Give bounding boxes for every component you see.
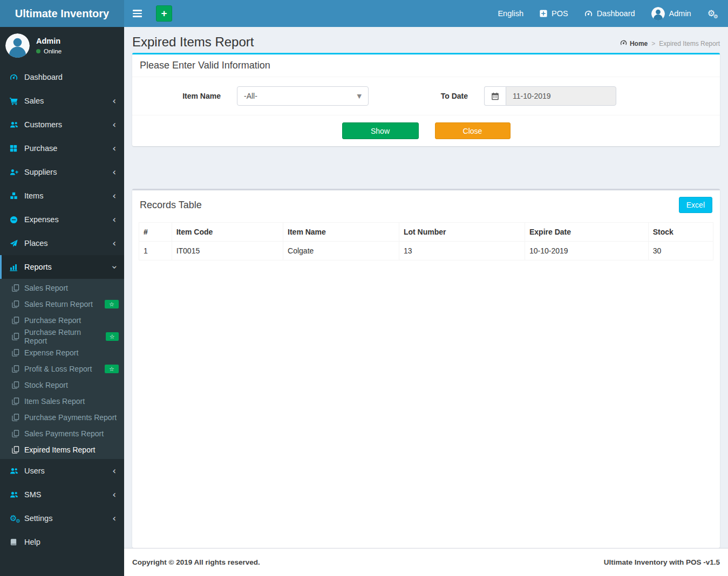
show-button[interactable]: Show: [342, 122, 419, 139]
copy-icon: [12, 381, 19, 389]
sidebar-item-label: Settings: [24, 514, 52, 523]
sidebar-item-places[interactable]: Places‹: [0, 231, 124, 255]
sidebar-item-expenses[interactable]: Expenses‹: [0, 208, 124, 231]
layout: Admin Online DashboardSales‹Customers‹Pu…: [0, 27, 728, 576]
sidebar-item-label: Customers: [24, 120, 62, 129]
star-badge: ☆: [105, 365, 119, 373]
sidebar-item-label: Dashboard: [24, 73, 63, 81]
submenu-item-sales-report[interactable]: Sales Report: [0, 280, 124, 296]
dashboard-icon: [620, 39, 627, 48]
submenu-item-purchase-return-report[interactable]: Purchase Return Report☆: [0, 328, 124, 345]
records-panel-title: Records Table: [140, 200, 202, 211]
submenu-item-label: Item Sales Report: [24, 397, 85, 406]
dashboard-icon: [584, 10, 593, 18]
submenu-item-label: Purchase Report: [24, 316, 81, 325]
to-date-group: [484, 86, 616, 106]
submenu-item-purchase-payments-report[interactable]: Purchase Payments Report: [0, 409, 124, 426]
sidebar-item-label: Expenses: [24, 215, 59, 224]
sidebar-toggle-button[interactable]: [124, 10, 149, 17]
records-table: #Item CodeItem NameLot NumberExpire Date…: [139, 222, 713, 260]
table-cell: Colgate: [283, 242, 399, 260]
sidebar-item-sales[interactable]: Sales‹: [0, 89, 124, 113]
app-logo[interactable]: Ultimate Inventory: [0, 0, 124, 27]
item-name-label: Item Name: [140, 92, 221, 100]
submenu-item-label: Purchase Return Report: [24, 328, 101, 345]
sidebar-item-items[interactable]: Items‹: [0, 184, 124, 208]
submenu-item-label: Sales Return Report: [24, 300, 93, 308]
sidebar-item-label: Sales: [24, 97, 44, 105]
cart-icon: [10, 97, 24, 105]
chevron-down-icon: ‹: [110, 265, 119, 269]
sidebar-item-users[interactable]: Users‹: [0, 459, 124, 483]
nav-dashboard[interactable]: Dashboard: [576, 0, 643, 27]
filter-panel-header: Please Enter Valid Information: [132, 54, 720, 77]
sidebar-item-dashboard[interactable]: Dashboard: [0, 65, 124, 89]
reports-submenu: Sales ReportSales Return Report☆Purchase…: [0, 279, 124, 459]
sidebar-user-status[interactable]: Online: [36, 48, 62, 54]
submenu-item-sales-return-report[interactable]: Sales Return Report☆: [0, 296, 124, 312]
submenu-item-stock-report[interactable]: Stock Report: [0, 377, 124, 393]
submenu-item-purchase-report[interactable]: Purchase Report: [0, 312, 124, 328]
submenu-item-expired-items-report[interactable]: Expired Items Report: [0, 442, 124, 458]
item-name-select[interactable]: -All- ▼: [237, 86, 369, 106]
chevron-left-icon: ‹: [112, 191, 116, 201]
sidebar: Admin Online DashboardSales‹Customers‹Pu…: [0, 27, 124, 576]
sidebar-item-label: Places: [24, 239, 48, 248]
copy-icon: [12, 300, 19, 308]
chevron-left-icon: ‹: [112, 168, 116, 177]
users-icon: [10, 121, 24, 129]
calendar-icon: [484, 86, 506, 106]
main-footer: Copyright © 2019 All rights reserved. Ul…: [124, 548, 728, 576]
nav-pos[interactable]: POS: [532, 0, 576, 27]
filter-panel-title: Please Enter Valid Information: [140, 60, 270, 71]
sidebar-item-suppliers[interactable]: Suppliers‹: [0, 160, 124, 184]
nav-settings-gears[interactable]: ⚙⚙: [699, 0, 728, 27]
sidebar-item-settings[interactable]: ⚙⚙Settings‹: [0, 506, 124, 530]
to-date-input[interactable]: [506, 86, 616, 106]
sidebar-item-purchase[interactable]: Purchase‹: [0, 136, 124, 160]
sidebar-item-customers[interactable]: Customers‹: [0, 113, 124, 136]
sidebar-item-sms[interactable]: SMS‹: [0, 483, 124, 506]
breadcrumb-separator: >: [651, 40, 655, 47]
breadcrumb: Home > Expired Items Report: [620, 39, 720, 48]
submenu-item-item-sales-report[interactable]: Item Sales Report: [0, 393, 124, 409]
star-badge: ☆: [106, 332, 119, 341]
bar-chart-icon: [10, 263, 24, 271]
close-button[interactable]: Close: [435, 122, 511, 139]
breadcrumb-home[interactable]: Home: [620, 39, 648, 48]
submenu-item-label: Expired Items Report: [24, 445, 96, 454]
breadcrumb-current: Expired Items Report: [659, 40, 720, 47]
page-title: Expired Items Report: [132, 35, 254, 50]
chevron-left-icon: ‹: [112, 144, 116, 153]
table-cell: 30: [648, 242, 713, 260]
submenu-item-label: Sales Report: [24, 284, 68, 292]
table-cell: 1: [139, 242, 172, 260]
column-header-: #: [139, 223, 172, 242]
filter-panel: Please Enter Valid Information Item Name…: [132, 53, 720, 146]
nav-language[interactable]: English: [489, 0, 532, 27]
column-header-lot-number: Lot Number: [399, 223, 525, 242]
content-wrapper: Expired Items Report Home > Expired Item…: [124, 27, 728, 576]
content-header: Expired Items Report Home > Expired Item…: [124, 27, 728, 50]
submenu-item-expense-report[interactable]: Expense Report: [0, 345, 124, 361]
avatar: [5, 33, 30, 58]
minus-circle-icon: [10, 216, 24, 224]
records-panel-header: Records Table Excel: [132, 190, 720, 219]
nav-user-menu[interactable]: Admin: [643, 0, 699, 27]
chevron-left-icon: ‹: [112, 120, 116, 129]
sidebar-item-help[interactable]: Help: [0, 530, 124, 554]
item-name-selected-value: -All-: [244, 92, 257, 100]
sidebar-item-reports[interactable]: Reports‹: [0, 255, 124, 279]
chevron-left-icon: ‹: [112, 239, 116, 248]
submenu-item-sales-payments-report[interactable]: Sales Payments Report: [0, 426, 124, 442]
chevron-down-icon: ▼: [357, 93, 362, 100]
column-header-item-code: Item Code: [172, 223, 283, 242]
excel-export-button[interactable]: Excel: [679, 197, 712, 213]
sidebar-user-panel: Admin Online: [0, 27, 124, 65]
chevron-left-icon: ‹: [112, 467, 116, 476]
copy-icon: [12, 333, 19, 340]
copyright-text: Copyright © 2019 All rights reserved.: [132, 558, 260, 566]
add-new-button[interactable]: +: [156, 5, 172, 22]
submenu-item-profit-loss-report[interactable]: Profit & Loss Report☆: [0, 361, 124, 377]
records-table-wrap: #Item CodeItem NameLot NumberExpire Date…: [132, 219, 720, 269]
